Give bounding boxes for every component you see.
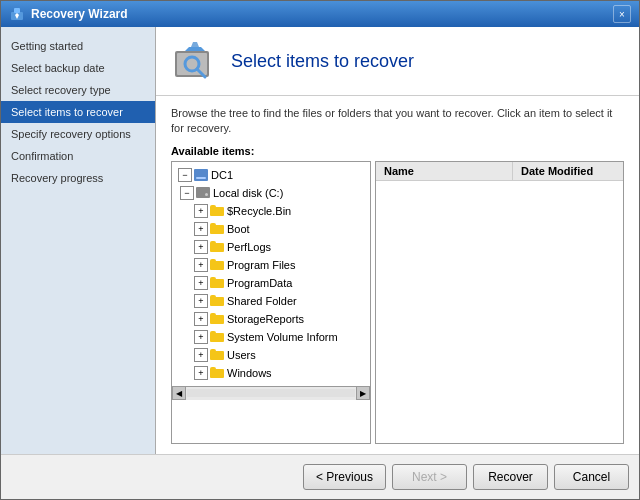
folder-icon-shared xyxy=(210,295,224,306)
main-header: Select items to recover xyxy=(156,27,639,96)
wizard-icon xyxy=(9,6,25,22)
content-area: Getting startedSelect backup dateSelect … xyxy=(1,27,639,454)
folder-icon-perflogs xyxy=(210,241,224,252)
folder-icon-program-files xyxy=(210,259,224,270)
tree-label-dc1: DC1 xyxy=(211,169,233,181)
expand-boot[interactable]: + xyxy=(194,222,208,236)
tree-scrollbar: ◀ ▶ xyxy=(172,386,370,400)
sidebar-item-select-recovery-type[interactable]: Select recovery type xyxy=(1,79,155,101)
main-body: Browse the tree to find the files or fol… xyxy=(156,96,639,454)
scroll-right-btn[interactable]: ▶ xyxy=(356,386,370,400)
description-text: Browse the tree to find the files or fol… xyxy=(171,106,624,137)
recovery-wizard-window: Recovery Wizard × Getting startedSelect … xyxy=(0,0,640,500)
tree-label-windows: Windows xyxy=(227,367,272,379)
expand-perflogs[interactable]: + xyxy=(194,240,208,254)
sidebar-item-specify-recovery-options[interactable]: Specify recovery options xyxy=(1,123,155,145)
tree-panel: − DC1 − Local disk (C:) xyxy=(171,161,371,444)
tree-item-storage-reports[interactable]: + StorageReports xyxy=(176,310,366,328)
tree-label-local-disk: Local disk (C:) xyxy=(213,187,283,199)
tree-label-shared-folder: Shared Folder xyxy=(227,295,297,307)
tree-item-boot[interactable]: + Boot xyxy=(176,220,366,238)
server-icon xyxy=(194,169,208,181)
expand-recycle[interactable]: + xyxy=(194,204,208,218)
tree-item-programdata[interactable]: + ProgramData xyxy=(176,274,366,292)
folder-icon-recycle xyxy=(210,205,224,216)
tree-item-shared-folder[interactable]: + Shared Folder xyxy=(176,292,366,310)
close-button[interactable]: × xyxy=(613,5,631,23)
tree-label-program-files: Program Files xyxy=(227,259,295,271)
column-name: Name xyxy=(376,162,513,180)
sidebar-item-getting-started[interactable]: Getting started xyxy=(1,35,155,57)
sidebar: Getting startedSelect backup dateSelect … xyxy=(1,27,156,454)
tree-item-dc1[interactable]: − DC1 xyxy=(176,166,366,184)
sidebar-item-confirmation[interactable]: Confirmation xyxy=(1,145,155,167)
expand-program-files[interactable]: + xyxy=(194,258,208,272)
tree-item-recycle[interactable]: + $Recycle.Bin xyxy=(176,202,366,220)
tree-label-system-volume: System Volume Inform xyxy=(227,331,338,343)
folder-icon-system-volume xyxy=(210,331,224,342)
page-title: Select items to recover xyxy=(231,51,414,72)
title-bar-text: Recovery Wizard xyxy=(31,7,128,21)
column-date-modified: Date Modified xyxy=(513,162,623,180)
next-button[interactable]: Next > xyxy=(392,464,467,490)
svg-rect-1 xyxy=(14,8,20,13)
expand-shared-folder[interactable]: + xyxy=(194,294,208,308)
available-label: Available items: xyxy=(171,145,624,157)
scrollbar-track[interactable] xyxy=(187,389,355,397)
tree-root: − DC1 − Local disk (C:) xyxy=(172,162,370,386)
tree-item-local-disk[interactable]: − Local disk (C:) xyxy=(176,184,366,202)
expand-dc1[interactable]: − xyxy=(178,168,192,182)
previous-button[interactable]: < Previous xyxy=(303,464,386,490)
expand-users[interactable]: + xyxy=(194,348,208,362)
expand-storage-reports[interactable]: + xyxy=(194,312,208,326)
sidebar-item-recovery-progress[interactable]: Recovery progress xyxy=(1,167,155,189)
tree-label-recycle: $Recycle.Bin xyxy=(227,205,291,217)
expand-programdata[interactable]: + xyxy=(194,276,208,290)
sidebar-item-select-backup-date[interactable]: Select backup date xyxy=(1,57,155,79)
button-bar: < Previous Next > Recover Cancel xyxy=(1,454,639,499)
expand-windows[interactable]: + xyxy=(194,366,208,380)
folder-icon-programdata xyxy=(210,277,224,288)
tree-label-storage-reports: StorageReports xyxy=(227,313,304,325)
tree-label-boot: Boot xyxy=(227,223,250,235)
sidebar-item-select-items-recover[interactable]: Select items to recover xyxy=(1,101,155,123)
tree-label-users: Users xyxy=(227,349,256,361)
tree-label-perflogs: PerfLogs xyxy=(227,241,271,253)
title-bar-left: Recovery Wizard xyxy=(9,6,128,22)
folder-icon-storage xyxy=(210,313,224,324)
main-panel: Select items to recover Browse the tree … xyxy=(156,27,639,454)
scroll-left-btn[interactable]: ◀ xyxy=(172,386,186,400)
file-panel-header: Name Date Modified xyxy=(376,162,623,181)
tree-label-programdata: ProgramData xyxy=(227,277,292,289)
title-bar: Recovery Wizard × xyxy=(1,1,639,27)
file-panel: Name Date Modified xyxy=(375,161,624,444)
tree-file-area: − DC1 − Local disk (C:) xyxy=(171,161,624,444)
folder-icon-users xyxy=(210,349,224,360)
tree-item-windows[interactable]: + Windows xyxy=(176,364,366,382)
recover-button[interactable]: Recover xyxy=(473,464,548,490)
folder-icon-windows xyxy=(210,367,224,378)
tree-item-users[interactable]: + Users xyxy=(176,346,366,364)
cancel-button[interactable]: Cancel xyxy=(554,464,629,490)
tree-item-system-volume[interactable]: + System Volume Inform xyxy=(176,328,366,346)
tree-item-program-files[interactable]: + Program Files xyxy=(176,256,366,274)
expand-system-volume[interactable]: + xyxy=(194,330,208,344)
hdd-icon xyxy=(196,187,210,198)
tree-item-perflogs[interactable]: + PerfLogs xyxy=(176,238,366,256)
expand-local-disk[interactable]: − xyxy=(180,186,194,200)
folder-icon-boot xyxy=(210,223,224,234)
header-icon xyxy=(171,37,219,85)
